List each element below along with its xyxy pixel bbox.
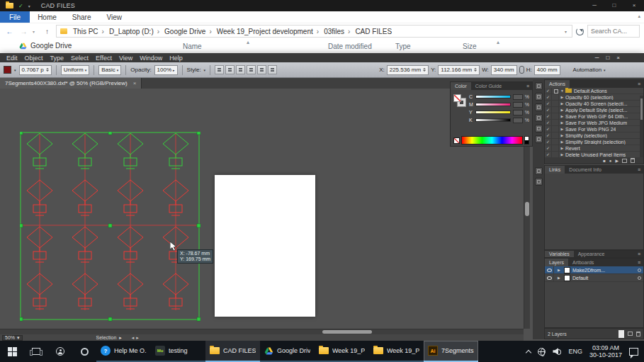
- address-dropdown-icon[interactable]: ▾: [565, 29, 568, 34]
- taskbar-app-cad-files[interactable]: CAD FILES: [205, 341, 260, 362]
- align-icon[interactable]: [236, 65, 245, 74]
- tab-variables[interactable]: Variables: [545, 251, 574, 257]
- action-row[interactable]: ✓▶Opacity 60 (selection): [545, 94, 643, 101]
- magenta-slider[interactable]: [475, 103, 511, 106]
- menu-type[interactable]: Type: [47, 55, 68, 62]
- tab-appearance[interactable]: Appearance: [574, 251, 609, 257]
- breadcrumb-cad-files[interactable]: CAD FILES: [346, 28, 393, 35]
- panel-menu-icon[interactable]: ≡: [638, 80, 643, 88]
- stroke-weight-field[interactable]: 0.7067 p: [19, 65, 52, 75]
- link-dimensions-icon[interactable]: [519, 66, 524, 74]
- volume-icon[interactable]: [553, 348, 561, 355]
- align-icon[interactable]: [247, 65, 256, 74]
- action-row[interactable]: ✓▶Delete Unused Panel Items: [545, 152, 643, 157]
- breadcrumb-google-drive[interactable]: Google Drive: [156, 28, 208, 35]
- column-header-size[interactable]: Size: [463, 43, 476, 50]
- people-button[interactable]: [48, 341, 72, 362]
- action-check-icon[interactable]: ✓: [545, 101, 552, 106]
- layer-row[interactable]: ▶ Default: [545, 274, 643, 282]
- minimize-button[interactable]: ─: [584, 0, 604, 11]
- maximize-button[interactable]: □: [604, 0, 624, 11]
- new-layer-icon[interactable]: [628, 332, 633, 336]
- brush-select[interactable]: Basic ▾: [98, 65, 121, 75]
- tab-artboards[interactable]: Artboards: [568, 259, 598, 266]
- layer-row[interactable]: ▶ Make2Dfrom...: [545, 266, 643, 274]
- action-row[interactable]: ✓▶Simplify (selection): [545, 132, 643, 139]
- action-set-row[interactable]: ✓ ▼ Default Actions: [545, 88, 643, 94]
- align-icon[interactable]: [257, 65, 266, 74]
- target-circle-icon[interactable]: [638, 276, 641, 280]
- yellow-value-field[interactable]: [513, 110, 523, 115]
- action-check-icon[interactable]: ✓: [545, 94, 552, 100]
- dock-icon[interactable]: [535, 93, 543, 101]
- ribbon-collapse-icon[interactable]: ▴: [638, 13, 640, 19]
- action-row[interactable]: ✓▶Save For Web PNG 24: [545, 126, 643, 132]
- black-white-swatches[interactable]: [524, 136, 529, 145]
- fill-none-swatch[interactable]: [453, 94, 461, 102]
- dock-icon[interactable]: [535, 167, 543, 175]
- expand-icon[interactable]: ▶: [559, 146, 565, 150]
- expand-icon[interactable]: ▶: [559, 95, 565, 99]
- tab-document-info[interactable]: Document Info: [565, 166, 606, 174]
- magenta-value-field[interactable]: [513, 102, 523, 108]
- align-icon[interactable]: [225, 65, 235, 74]
- dock-icon[interactable]: [535, 114, 543, 122]
- expand-icon[interactable]: ▶: [556, 268, 562, 272]
- task-view-button[interactable]: [24, 341, 48, 362]
- back-button[interactable]: ←: [4, 28, 15, 35]
- expand-icon[interactable]: ▶: [559, 152, 565, 157]
- tab-color-guide[interactable]: Color Guide: [471, 82, 506, 90]
- black-value-field[interactable]: [513, 118, 523, 123]
- y-field[interactable]: 112.166 mm: [438, 65, 480, 75]
- prev-artboard-icon[interactable]: ◂: [132, 335, 135, 341]
- taskbar-app-help[interactable]: ? Help Me O...: [96, 341, 151, 362]
- language-indicator[interactable]: ENG: [568, 348, 582, 355]
- yellow-slider[interactable]: [475, 111, 511, 114]
- expand-icon[interactable]: ▶: [559, 108, 565, 112]
- vertical-scroll-thumb[interactable]: [525, 202, 529, 216]
- horizontal-scrollbar[interactable]: [0, 329, 524, 334]
- expand-icon[interactable]: ▶: [559, 101, 565, 106]
- color-spectrum[interactable]: [461, 136, 523, 145]
- dialog-toggle[interactable]: [552, 113, 559, 119]
- stop-icon[interactable]: ■: [603, 159, 606, 163]
- delete-icon[interactable]: [631, 158, 635, 163]
- refresh-icon[interactable]: [576, 28, 584, 35]
- expand-icon[interactable]: ▶: [559, 140, 565, 144]
- action-row[interactable]: ✓▶Revert: [545, 145, 643, 152]
- action-row[interactable]: ✓▶Save For Web GIF 64 Dith...: [545, 113, 643, 120]
- stroke-spinner[interactable]: [46, 68, 49, 72]
- dialog-toggle[interactable]: [552, 107, 559, 113]
- cad-artwork[interactable]: [20, 132, 200, 324]
- breadcrumb[interactable]: This PC D_Laptop (D:) Google Drive Week …: [56, 25, 572, 38]
- menu-edit[interactable]: Edit: [3, 55, 21, 62]
- target-circle-icon[interactable]: [638, 268, 641, 272]
- action-check-icon[interactable]: ✓: [545, 107, 552, 113]
- expand-icon[interactable]: ▼: [559, 89, 565, 93]
- play-icon[interactable]: ▶: [615, 158, 618, 163]
- h-field[interactable]: 400 mm: [534, 65, 560, 75]
- action-row[interactable]: ✓▶Opacity 40 Screen (selecti...: [545, 101, 643, 107]
- tab-share[interactable]: Share: [64, 11, 99, 23]
- cortana-button[interactable]: [72, 341, 96, 362]
- artboard-nav[interactable]: ◂ ▸: [132, 335, 139, 341]
- visibility-toggle[interactable]: [545, 266, 554, 273]
- action-check-icon[interactable]: ✓: [545, 126, 552, 132]
- dialog-toggle[interactable]: [552, 120, 559, 125]
- sidebar-item-google-drive[interactable]: Google Drive: [19, 42, 72, 50]
- expand-icon[interactable]: ▶: [559, 133, 565, 137]
- artboard[interactable]: [215, 175, 315, 317]
- dialog-toggle[interactable]: [552, 88, 559, 94]
- dock-icon[interactable]: [535, 82, 543, 90]
- scrollbar-nub[interactable]: [618, 330, 624, 338]
- action-check-icon[interactable]: ✓: [545, 132, 552, 138]
- tab-actions[interactable]: Actions: [545, 80, 570, 88]
- taskbar-app-week19-1[interactable]: Week 19_Pr...: [315, 341, 369, 362]
- dock-icon[interactable]: [535, 135, 543, 143]
- breadcrumb-drive[interactable]: D_Laptop (D:): [101, 28, 155, 35]
- tab-close-icon[interactable]: ×: [133, 80, 137, 86]
- dialog-toggle[interactable]: [552, 139, 559, 145]
- breadcrumb-this-pc[interactable]: This PC: [72, 28, 100, 35]
- record-icon[interactable]: ●: [609, 159, 612, 163]
- dialog-toggle[interactable]: [552, 94, 559, 100]
